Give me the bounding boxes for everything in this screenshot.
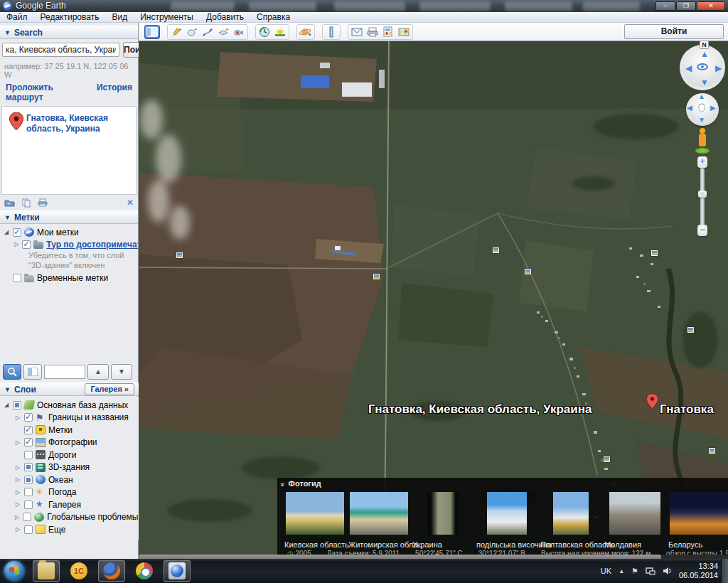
expand-toggle-icon[interactable]: ▷	[14, 514, 20, 520]
menu-view[interactable]: Вид	[105, 12, 134, 23]
temporary-places-item[interactable]: Временные метки	[37, 273, 108, 283]
photo-item[interactable]: Полтавская область	[539, 491, 603, 559]
minimize-button[interactable]: –	[655, 1, 675, 11]
show-desktop-button[interactable]	[721, 559, 728, 583]
photo-marker-icon[interactable]	[604, 456, 610, 462]
add-image-overlay-button[interactable]: +	[215, 25, 231, 39]
search-result-item[interactable]: Гнатовка, Киевская область, Украина	[26, 111, 133, 190]
expand-toggle-icon[interactable]: ▷	[14, 526, 21, 533]
restore-button[interactable]: ❐	[676, 1, 696, 11]
map-viewport[interactable]: Гнатовка, Киевская область, Украина Гнат…	[139, 41, 728, 559]
planets-button[interactable]: ▾	[298, 25, 314, 39]
historical-imagery-button[interactable]	[257, 25, 272, 39]
email-button[interactable]	[349, 25, 365, 39]
sign-in-button[interactable]: Войти	[624, 24, 724, 39]
layer-checkbox[interactable]	[24, 488, 33, 496]
taskbar-google-earth-button[interactable]	[164, 560, 191, 582]
find-input[interactable]	[44, 365, 85, 379]
layer-item[interactable]: Океан	[48, 475, 73, 485]
photo-item[interactable]: Молдавия	[603, 491, 667, 559]
panel-view-button[interactable]	[23, 364, 42, 380]
look-up-arrow-icon[interactable]: ▲	[700, 49, 709, 59]
look-right-arrow-icon[interactable]: ▶	[715, 63, 722, 73]
menu-add[interactable]: Добавить	[200, 12, 250, 23]
collapse-chevron-icon[interactable]: »	[279, 482, 287, 485]
layer-item[interactable]: Дороги	[48, 450, 76, 460]
expand-toggle-icon[interactable]: ◢	[3, 402, 10, 408]
photo-marker-icon[interactable]	[525, 269, 531, 274]
photo-marker-icon[interactable]	[493, 247, 499, 253]
look-left-arrow-icon[interactable]: ◀	[685, 63, 692, 73]
move-up-arrow-icon[interactable]: ▲	[698, 92, 705, 100]
photo-thumbnail[interactable]	[609, 492, 660, 535]
add-path-button[interactable]: +	[200, 25, 215, 39]
photo-thumbnail[interactable]	[427, 492, 459, 535]
photo-thumbnail[interactable]	[286, 492, 344, 535]
photo-thumbnail[interactable]	[670, 492, 728, 535]
find-next-button[interactable]: ▼	[111, 364, 132, 380]
layer-item[interactable]: Границы и названия	[48, 412, 129, 422]
photo-item[interactable]: Киевская область	[283, 491, 347, 559]
expand-toggle-icon[interactable]: ▷	[14, 241, 19, 247]
save-image-button[interactable]	[380, 25, 396, 39]
layer-item[interactable]: Еще	[48, 525, 65, 535]
photo-guide-header[interactable]: » Фотогид	[277, 478, 728, 489]
taskbar-explorer-button[interactable]	[33, 560, 60, 582]
start-button[interactable]	[4, 561, 24, 581]
photo-marker-icon[interactable]	[687, 327, 694, 333]
layer-checkbox[interactable]	[24, 438, 33, 446]
photo-marker-icon[interactable]	[651, 250, 658, 256]
taskbar-1c-button[interactable]: 1С	[65, 560, 92, 582]
layer-item[interactable]: Глобальные проблемы и и...	[47, 512, 139, 522]
ruler-button[interactable]	[323, 25, 339, 39]
photo-thumbnail[interactable]	[350, 492, 408, 535]
my-places-checkbox[interactable]	[13, 228, 21, 237]
gallery-button[interactable]: Галерея »	[85, 383, 134, 395]
look-joystick[interactable]: N ▲ ▼ ◀ ▶	[680, 45, 725, 90]
photo-marker-icon[interactable]	[176, 252, 183, 258]
sunlight-button[interactable]	[272, 25, 288, 39]
expand-toggle-icon[interactable]: ▷	[14, 476, 21, 483]
find-previous-button[interactable]: ▲	[87, 364, 109, 380]
look-down-arrow-icon[interactable]: ▼	[700, 77, 709, 87]
menu-file[interactable]: Файл	[0, 12, 34, 23]
street-view-pegman[interactable]	[695, 128, 710, 154]
copy-icon[interactable]	[22, 198, 31, 208]
add-folder-icon[interactable]: +	[4, 198, 15, 207]
toggle-sidebar-button[interactable]	[144, 25, 160, 39]
layer-checkbox[interactable]	[23, 513, 31, 521]
zoom-in-button[interactable]: +	[697, 156, 707, 168]
language-indicator[interactable]: UK	[601, 567, 611, 575]
expand-toggle-icon[interactable]: ▷	[14, 501, 21, 508]
taskbar-clock[interactable]: 13:34 06.05.2014	[679, 562, 718, 580]
move-down-arrow-icon[interactable]: ▼	[698, 116, 705, 124]
photo-item[interactable]: Украина	[411, 491, 475, 559]
network-icon[interactable]	[646, 567, 655, 575]
layer-checkbox[interactable]	[24, 413, 33, 422]
hidden-icons-arrow-icon[interactable]: ▲	[619, 568, 624, 574]
move-joystick[interactable]: ▲ ▼ ◀ ▶	[686, 93, 719, 126]
photo-item[interactable]: подільська височина	[475, 491, 539, 559]
layer-checkbox[interactable]	[24, 451, 33, 459]
compass-north-badge[interactable]: N	[700, 41, 709, 49]
expand-toggle-icon[interactable]: ▷	[14, 414, 21, 421]
layer-checkbox[interactable]	[13, 401, 21, 410]
get-directions-link[interactable]: Проложить маршрут	[6, 82, 88, 102]
close-button[interactable]: ✕	[697, 1, 725, 11]
layers-panel-header[interactable]: ▼ Слои Галерея »	[0, 383, 139, 396]
places-panel-header[interactable]: ▼ Метки	[0, 210, 138, 224]
my-places-item[interactable]: Мои метки	[37, 228, 79, 237]
menu-help[interactable]: Справка	[250, 12, 296, 23]
photo-item[interactable]: Беларусь	[667, 491, 728, 559]
expand-toggle-icon[interactable]: ◢	[3, 229, 10, 235]
record-tour-button[interactable]	[231, 25, 247, 39]
map-pin-icon[interactable]	[646, 393, 658, 410]
search-layers-button[interactable]	[3, 364, 21, 380]
layer-item[interactable]: 3D-здания	[48, 462, 90, 472]
photo-thumbnail[interactable]	[553, 492, 589, 535]
layer-item[interactable]: Погода	[48, 487, 77, 497]
photo-marker-icon[interactable]	[373, 274, 380, 279]
layer-checkbox[interactable]	[24, 525, 33, 534]
expand-toggle-icon[interactable]: ▷	[14, 489, 21, 496]
expand-toggle-icon[interactable]: ▷	[14, 439, 21, 446]
